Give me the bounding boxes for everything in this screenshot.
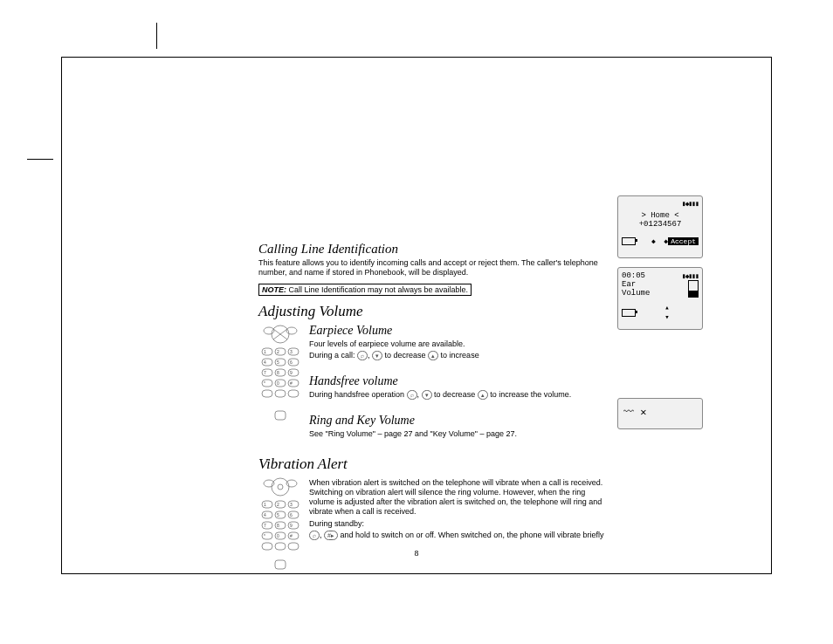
earpiece-title: Earpiece Volume [309, 324, 608, 338]
note-label: NOTE: [262, 285, 286, 294]
main-content: Calling Line Identification This feature… [258, 236, 608, 574]
screen-time: 00:05 [622, 271, 645, 280]
svg-text:1: 1 [264, 349, 266, 354]
screen-vol-line1: Ear [622, 280, 650, 289]
svg-text:6: 6 [290, 360, 293, 365]
svg-text:8: 8 [277, 523, 279, 528]
svg-text:2: 2 [277, 349, 279, 354]
crop-mark [156, 23, 157, 49]
note-text: Call Line Identification may not always … [286, 285, 468, 294]
vibration-title: Vibration Alert [258, 456, 608, 473]
ringkey-block: Ring and Key Volume See "Ring Volume" – … [309, 408, 608, 441]
handsfree-block: Handsfree volume During handsfree operat… [309, 369, 608, 401]
signal-icon: ▮◆▮▮▮ [682, 272, 699, 280]
down-icon: ▾ [372, 351, 382, 360]
ringkey-title: Ring and Key Volume [309, 414, 608, 428]
svg-text:0: 0 [277, 533, 279, 538]
handsfree-title: Handsfree volume [309, 374, 608, 388]
svg-text:5: 5 [277, 512, 279, 517]
svg-text:0: 0 [277, 380, 279, 386]
svg-rect-16 [275, 390, 286, 397]
svg-rect-15 [262, 390, 272, 397]
updown-arrows-icon: ▴▾ [636, 303, 699, 322]
svg-text:3: 3 [290, 502, 293, 507]
button-icon: ⌕ [309, 531, 320, 540]
svg-text:8: 8 [277, 370, 279, 375]
screen-vol-line2: Volume [622, 289, 650, 298]
svg-text:*: * [264, 533, 265, 538]
ringkey-line: See "Ring Volume" – page 27 and "Key Vol… [309, 429, 608, 439]
screen-ear-volume: 00:05 ▮◆▮▮▮ Ear Volume ▴▾ [617, 267, 703, 330]
svg-point-33 [272, 478, 289, 496]
svg-text:9: 9 [290, 370, 293, 375]
svg-text:7: 7 [264, 370, 266, 375]
svg-text:*: * [264, 380, 265, 386]
earpiece-block: Earpiece Volume Four levels of earpiece … [309, 324, 608, 363]
screen-vibrate: 〰 ✕ [617, 398, 703, 429]
svg-text:2: 2 [277, 502, 279, 507]
button-icon: ⌕ [407, 390, 417, 400]
screen-number: +01234567 [622, 220, 699, 229]
svg-rect-18 [275, 411, 286, 420]
svg-text:5: 5 [277, 360, 279, 365]
keypad-illustration: 123 456 789 *0# [258, 476, 302, 574]
screen-home-line: > Home < [622, 211, 699, 220]
vibration-para: When vibration alert is switched on the … [309, 478, 608, 517]
svg-text:7: 7 [264, 523, 266, 528]
page-frame: Calling Line Identification This feature… [61, 57, 772, 574]
svg-rect-50 [275, 560, 286, 569]
signal-icon: ▮◆▮▮▮ [682, 200, 699, 208]
keypad-icon: 123 456 789 *0# [258, 324, 302, 428]
button-icon: ⌕ [357, 351, 368, 360]
earpiece-line1: Four levels of earpiece volume are avail… [309, 339, 608, 349]
svg-text:#: # [290, 380, 293, 386]
vibration-standby: During standby: [309, 519, 608, 529]
crop-mark [27, 159, 53, 160]
svg-text:4: 4 [264, 512, 266, 517]
svg-text:3: 3 [290, 349, 293, 354]
down-icon: ▾ [422, 390, 432, 400]
svg-text:1: 1 [264, 502, 266, 507]
battery-icon [622, 309, 636, 317]
svg-rect-17 [288, 390, 299, 397]
accept-button: Accept [668, 237, 699, 245]
battery-icon [622, 237, 636, 245]
vibration-instr: ⌕, #▸ and hold to switch on or off. When… [309, 531, 608, 540]
up-icon: ▴ [478, 390, 488, 400]
keypad-illustration: 123 456 789 *0# [258, 324, 302, 430]
section-adjusting-volume: Adjusting Volume [258, 303, 608, 449]
earpiece-line2: During a call: ⌕, ▾ to decrease ▴ to inc… [309, 351, 608, 360]
svg-text:9: 9 [290, 523, 293, 528]
svg-point-34 [278, 484, 283, 490]
svg-text:#: # [290, 533, 293, 538]
screen-caller-id: ▮◆▮▮▮ > Home < +01234567 ◆ ◆Accept [617, 195, 703, 258]
svg-text:6: 6 [290, 512, 293, 517]
vibrate-icon: 〰 ✕ [622, 402, 699, 422]
keypad-icon: 123 456 789 *0# [258, 476, 302, 572]
adjusting-volume-title: Adjusting Volume [258, 303, 608, 320]
hash-key-icon: #▸ [324, 531, 338, 540]
cli-title: Calling Line Identification [258, 242, 608, 257]
handsfree-line: During handsfree operation ⌕, ▾ to decre… [309, 390, 608, 400]
up-icon: ▴ [428, 351, 438, 360]
volume-bar-icon [688, 280, 699, 298]
svg-text:4: 4 [264, 360, 266, 365]
cli-note: NOTE: Call Line Identification may not a… [258, 284, 472, 296]
section-cli: Calling Line Identification This feature… [258, 242, 608, 296]
cli-body: This feature allows you to identify inco… [258, 258, 608, 278]
page-number: 8 [62, 549, 771, 558]
